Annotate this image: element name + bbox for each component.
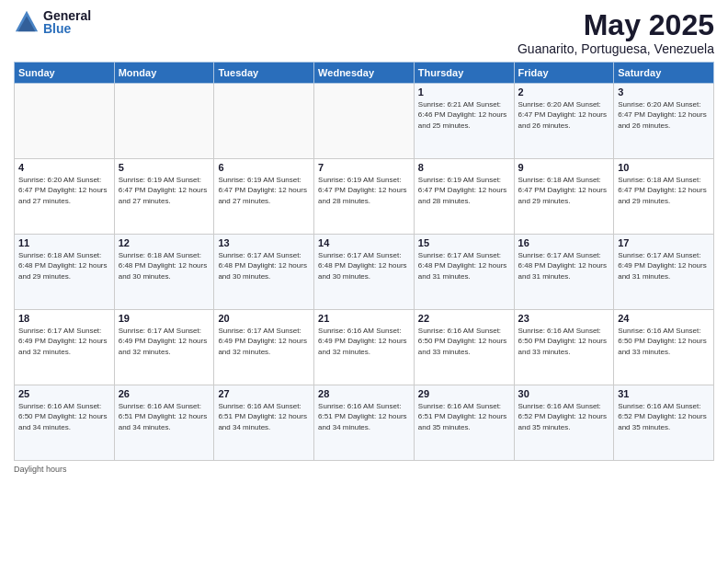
- day-info: Sunrise: 6:19 AM Sunset: 6:47 PM Dayligh…: [119, 175, 210, 206]
- table-row: 18Sunrise: 6:17 AM Sunset: 6:49 PM Dayli…: [15, 310, 115, 385]
- day-info: Sunrise: 6:16 AM Sunset: 6:51 PM Dayligh…: [218, 401, 310, 432]
- day-number: 15: [418, 237, 510, 248]
- day-number: 28: [318, 388, 410, 399]
- day-number: 7: [318, 162, 410, 173]
- title-block: May 2025 Guanarito, Portuguesa, Venezuel…: [518, 9, 714, 56]
- calendar-week-5: 25Sunrise: 6:16 AM Sunset: 6:50 PM Dayli…: [15, 385, 714, 461]
- day-number: 10: [618, 162, 710, 173]
- table-row: 21Sunrise: 6:16 AM Sunset: 6:49 PM Dayli…: [314, 310, 415, 385]
- day-info: Sunrise: 6:20 AM Sunset: 6:47 PM Dayligh…: [518, 99, 610, 131]
- day-info: Sunrise: 6:17 AM Sunset: 6:49 PM Dayligh…: [119, 326, 210, 357]
- day-info: Sunrise: 6:17 AM Sunset: 6:49 PM Dayligh…: [618, 250, 710, 282]
- day-number: 9: [518, 162, 610, 173]
- day-number: 30: [518, 388, 610, 399]
- day-info: Sunrise: 6:18 AM Sunset: 6:47 PM Dayligh…: [518, 175, 610, 206]
- footer: Daylight hours: [14, 465, 714, 474]
- day-info: Sunrise: 6:21 AM Sunset: 6:46 PM Dayligh…: [418, 99, 510, 131]
- table-row: 31Sunrise: 6:16 AM Sunset: 6:52 PM Dayli…: [614, 385, 714, 461]
- table-row: 9Sunrise: 6:18 AM Sunset: 6:47 PM Daylig…: [514, 159, 614, 235]
- table-row: 29Sunrise: 6:16 AM Sunset: 6:51 PM Dayli…: [414, 385, 514, 461]
- day-number: 21: [318, 313, 410, 324]
- day-number: 29: [418, 388, 510, 399]
- day-number: 27: [218, 388, 310, 399]
- day-number: 12: [119, 237, 210, 248]
- footer-text: Daylight hours: [14, 465, 67, 474]
- day-number: 14: [318, 237, 410, 248]
- day-number: 22: [418, 313, 510, 324]
- table-row: [314, 84, 415, 159]
- table-row: 23Sunrise: 6:16 AM Sunset: 6:50 PM Dayli…: [514, 310, 614, 385]
- table-row: 4Sunrise: 6:20 AM Sunset: 6:47 PM Daylig…: [15, 159, 115, 235]
- day-number: 18: [18, 313, 110, 324]
- day-number: 4: [18, 162, 110, 173]
- day-info: Sunrise: 6:17 AM Sunset: 6:48 PM Dayligh…: [418, 250, 510, 282]
- day-info: Sunrise: 6:17 AM Sunset: 6:49 PM Dayligh…: [18, 326, 110, 357]
- day-number: 11: [18, 237, 110, 248]
- page-container: General Blue May 2025 Guanarito, Portugu…: [0, 0, 728, 563]
- day-info: Sunrise: 6:20 AM Sunset: 6:47 PM Dayligh…: [18, 175, 110, 206]
- table-row: 25Sunrise: 6:16 AM Sunset: 6:50 PM Dayli…: [15, 385, 115, 461]
- table-row: 24Sunrise: 6:16 AM Sunset: 6:50 PM Dayli…: [614, 310, 714, 385]
- day-info: Sunrise: 6:19 AM Sunset: 6:47 PM Dayligh…: [218, 175, 310, 206]
- col-friday: Friday: [514, 63, 614, 84]
- day-info: Sunrise: 6:18 AM Sunset: 6:48 PM Dayligh…: [119, 250, 210, 282]
- day-info: Sunrise: 6:17 AM Sunset: 6:48 PM Dayligh…: [518, 250, 610, 282]
- calendar-header-row: Sunday Monday Tuesday Wednesday Thursday…: [15, 63, 714, 84]
- calendar-week-2: 4Sunrise: 6:20 AM Sunset: 6:47 PM Daylig…: [15, 159, 714, 235]
- table-row: 3Sunrise: 6:20 AM Sunset: 6:47 PM Daylig…: [614, 84, 714, 159]
- day-info: Sunrise: 6:16 AM Sunset: 6:49 PM Dayligh…: [318, 326, 410, 357]
- table-row: 30Sunrise: 6:16 AM Sunset: 6:52 PM Dayli…: [514, 385, 614, 461]
- day-number: 8: [418, 162, 510, 173]
- table-row: 11Sunrise: 6:18 AM Sunset: 6:48 PM Dayli…: [15, 235, 115, 310]
- day-number: 1: [418, 86, 510, 98]
- table-row: 8Sunrise: 6:19 AM Sunset: 6:47 PM Daylig…: [414, 159, 514, 235]
- day-number: 6: [218, 162, 310, 173]
- day-number: 3: [618, 86, 710, 98]
- col-thursday: Thursday: [414, 63, 514, 84]
- table-row: 19Sunrise: 6:17 AM Sunset: 6:49 PM Dayli…: [114, 310, 214, 385]
- day-info: Sunrise: 6:19 AM Sunset: 6:47 PM Dayligh…: [418, 175, 510, 206]
- day-info: Sunrise: 6:16 AM Sunset: 6:50 PM Dayligh…: [618, 326, 710, 357]
- day-number: 16: [518, 237, 610, 248]
- col-tuesday: Tuesday: [214, 63, 314, 84]
- day-info: Sunrise: 6:16 AM Sunset: 6:52 PM Dayligh…: [618, 401, 710, 432]
- table-row: 20Sunrise: 6:17 AM Sunset: 6:49 PM Dayli…: [214, 310, 314, 385]
- day-info: Sunrise: 6:16 AM Sunset: 6:50 PM Dayligh…: [518, 326, 610, 357]
- day-info: Sunrise: 6:17 AM Sunset: 6:48 PM Dayligh…: [318, 250, 410, 282]
- day-info: Sunrise: 6:19 AM Sunset: 6:47 PM Dayligh…: [318, 175, 410, 206]
- calendar-table: Sunday Monday Tuesday Wednesday Thursday…: [14, 62, 714, 461]
- logo: General Blue: [14, 9, 91, 35]
- day-number: 2: [518, 86, 610, 98]
- day-number: 20: [218, 313, 310, 324]
- calendar-week-1: 1Sunrise: 6:21 AM Sunset: 6:46 PM Daylig…: [15, 84, 714, 159]
- table-row: [214, 84, 314, 159]
- day-info: Sunrise: 6:18 AM Sunset: 6:47 PM Dayligh…: [618, 175, 710, 206]
- day-info: Sunrise: 6:18 AM Sunset: 6:48 PM Dayligh…: [18, 250, 110, 282]
- day-number: 5: [119, 162, 210, 173]
- table-row: 17Sunrise: 6:17 AM Sunset: 6:49 PM Dayli…: [614, 235, 714, 310]
- day-number: 25: [18, 388, 110, 399]
- day-number: 13: [218, 237, 310, 248]
- day-number: 17: [618, 237, 710, 248]
- day-info: Sunrise: 6:17 AM Sunset: 6:48 PM Dayligh…: [218, 250, 310, 282]
- month-title: May 2025: [518, 9, 714, 41]
- table-row: 10Sunrise: 6:18 AM Sunset: 6:47 PM Dayli…: [614, 159, 714, 235]
- day-number: 24: [618, 313, 710, 324]
- calendar-week-3: 11Sunrise: 6:18 AM Sunset: 6:48 PM Dayli…: [15, 235, 714, 310]
- table-row: [114, 84, 214, 159]
- table-row: 12Sunrise: 6:18 AM Sunset: 6:48 PM Dayli…: [114, 235, 214, 310]
- col-wednesday: Wednesday: [314, 63, 415, 84]
- day-info: Sunrise: 6:17 AM Sunset: 6:49 PM Dayligh…: [218, 326, 310, 357]
- location: Guanarito, Portuguesa, Venezuela: [518, 41, 714, 56]
- table-row: 6Sunrise: 6:19 AM Sunset: 6:47 PM Daylig…: [214, 159, 314, 235]
- table-row: 14Sunrise: 6:17 AM Sunset: 6:48 PM Dayli…: [314, 235, 415, 310]
- col-saturday: Saturday: [614, 63, 714, 84]
- table-row: 28Sunrise: 6:16 AM Sunset: 6:51 PM Dayli…: [314, 385, 415, 461]
- col-monday: Monday: [114, 63, 214, 84]
- day-number: 23: [518, 313, 610, 324]
- table-row: 16Sunrise: 6:17 AM Sunset: 6:48 PM Dayli…: [514, 235, 614, 310]
- logo-general-label: General: [43, 9, 91, 22]
- col-sunday: Sunday: [15, 63, 115, 84]
- calendar-week-4: 18Sunrise: 6:17 AM Sunset: 6:49 PM Dayli…: [15, 310, 714, 385]
- day-info: Sunrise: 6:16 AM Sunset: 6:51 PM Dayligh…: [418, 401, 510, 432]
